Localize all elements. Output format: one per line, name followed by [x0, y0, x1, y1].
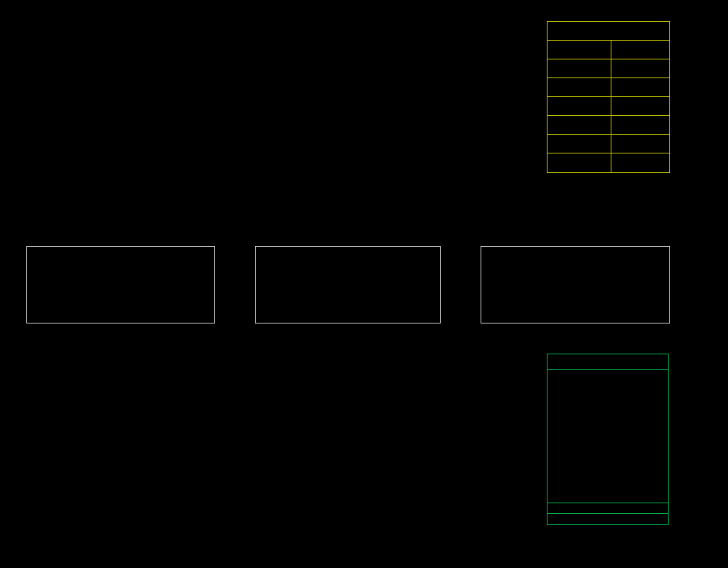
extra-cell	[656, 370, 668, 381]
autoscala-table	[547, 21, 670, 173]
param-cell	[548, 462, 593, 472]
table-row	[548, 153, 669, 172]
value-cell	[593, 462, 626, 472]
value-cell	[593, 514, 626, 524]
param-cell	[548, 431, 593, 442]
value-cell	[593, 451, 626, 462]
extra-cell	[656, 451, 668, 462]
aip-table	[547, 354, 669, 525]
value-cell	[593, 401, 626, 412]
value-cell	[593, 421, 626, 432]
table-row	[548, 472, 668, 482]
table-row	[548, 421, 668, 432]
unit-cell	[626, 370, 656, 381]
table-row	[548, 431, 668, 442]
main-ionogram-canvas	[0, 12, 545, 238]
table-row	[548, 78, 669, 97]
table-row	[548, 59, 669, 78]
value-cell	[593, 472, 626, 482]
value-cell	[611, 59, 669, 77]
extra-cell	[656, 411, 668, 421]
param-cell	[548, 442, 593, 452]
tec-bottom-row	[548, 503, 668, 514]
extra-cell	[656, 442, 668, 452]
unit-cell	[626, 492, 656, 503]
unit-cell	[626, 411, 656, 421]
extra-cell	[656, 482, 668, 493]
param-cell	[548, 370, 593, 381]
thumbnail-original-canvas	[27, 247, 214, 323]
extra-cell	[656, 431, 668, 442]
param-cell	[548, 135, 611, 153]
extra-cell	[656, 381, 668, 391]
table-row	[548, 401, 668, 412]
table-row	[548, 442, 668, 452]
autoscala-table-title	[548, 22, 669, 41]
table-row	[548, 482, 668, 493]
unit-cell	[626, 514, 656, 524]
unit-cell	[626, 482, 656, 493]
extra-cell	[656, 462, 668, 472]
thumbnail-f2-canvas	[481, 247, 669, 323]
param-cell	[548, 153, 611, 172]
value-cell	[593, 381, 626, 391]
value-cell	[593, 390, 626, 401]
unit-cell	[626, 431, 656, 442]
value-cell	[611, 78, 669, 96]
value-cell	[611, 41, 669, 59]
tec-top-row	[548, 513, 668, 524]
thumbnail-reflections-canvas	[256, 247, 440, 323]
thumbnail-original-ionogram	[26, 246, 215, 323]
param-cell	[548, 390, 593, 401]
value-cell	[593, 492, 626, 503]
table-row	[548, 135, 669, 153]
param-cell	[548, 381, 593, 391]
table-row	[548, 492, 668, 503]
value-cell	[593, 503, 626, 514]
extra-cell	[656, 401, 668, 412]
value-cell	[611, 97, 669, 115]
extra-cell	[656, 472, 668, 482]
unit-cell	[626, 421, 656, 432]
value-cell	[593, 411, 626, 421]
param-cell	[548, 97, 611, 115]
table-row	[548, 451, 668, 462]
table-row	[548, 381, 668, 391]
param-cell	[548, 41, 611, 59]
extra-cell	[656, 390, 668, 401]
table-row	[548, 411, 668, 421]
unit-cell	[626, 503, 656, 514]
value-cell	[611, 116, 669, 134]
profile-ionogram-canvas	[0, 342, 545, 568]
param-cell	[548, 78, 611, 96]
param-cell	[548, 472, 593, 482]
unit-cell	[626, 390, 656, 401]
value-cell	[593, 431, 626, 442]
table-row	[548, 41, 669, 59]
thumbnail-eliminate-reflections	[255, 246, 441, 323]
param-cell	[548, 59, 611, 77]
param-cell	[548, 492, 593, 503]
extra-cell	[656, 492, 668, 503]
param-cell	[548, 482, 593, 493]
extra-cell	[656, 421, 668, 432]
table-row	[548, 370, 668, 381]
value-cell	[593, 482, 626, 493]
unit-cell	[626, 472, 656, 482]
value-cell	[611, 153, 669, 172]
table-row	[548, 390, 668, 401]
param-cell	[548, 503, 593, 514]
table-row	[548, 97, 669, 116]
unit-cell	[626, 442, 656, 452]
value-cell	[593, 442, 626, 452]
table-row	[548, 116, 669, 135]
param-cell	[548, 421, 593, 432]
table-row	[548, 462, 668, 472]
thumbnail-f2-trace	[481, 246, 670, 323]
value-cell	[593, 370, 626, 381]
param-cell	[548, 514, 593, 524]
param-cell	[548, 451, 593, 462]
param-cell	[548, 116, 611, 134]
unit-cell	[626, 451, 656, 462]
unit-cell	[626, 401, 656, 412]
